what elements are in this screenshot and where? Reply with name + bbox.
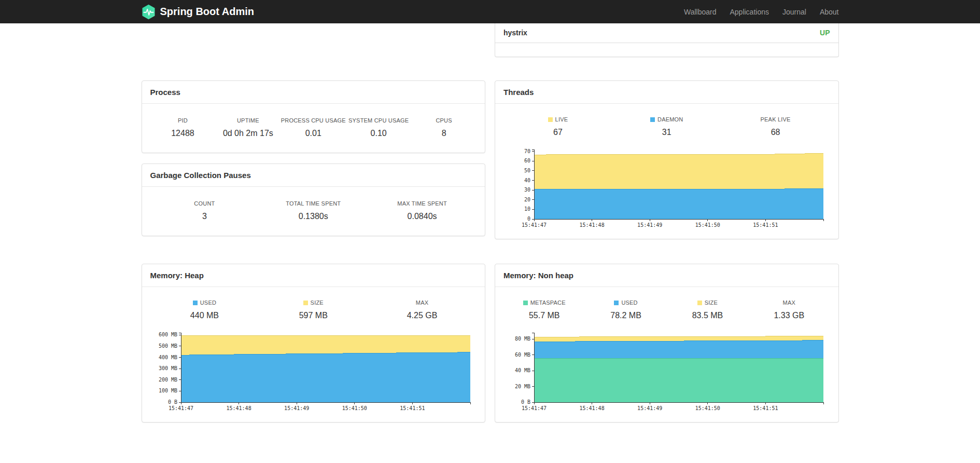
svg-text:15:41:49: 15:41:49 [284, 405, 309, 411]
process-stats: PID 12488 UPTIME 0d 0h 2m 17s PROCESS CP… [142, 104, 485, 153]
memory-nonheap-panel-title: Memory: Non heap [495, 264, 838, 287]
svg-text:400 MB: 400 MB [158, 355, 177, 360]
svg-text:15:41:51: 15:41:51 [753, 405, 778, 411]
top-navbar: Spring Boot Admin Wallboard Applications… [0, 0, 980, 23]
svg-text:70: 70 [524, 148, 530, 154]
heap-used-swatch-icon [193, 301, 198, 305]
svg-text:0 B: 0 B [167, 399, 177, 405]
svg-text:15:41:47: 15:41:47 [522, 405, 547, 411]
memory-heap-panel-title: Memory: Heap [142, 264, 485, 287]
legend-peak-live: PEAK LIVE 68 [721, 116, 830, 137]
service-status-badge: UP [820, 29, 830, 37]
memory-nonheap-panel: Memory: Non heap METASPACE 55.7 MB USED … [495, 264, 839, 423]
svg-text:10: 10 [524, 206, 530, 212]
panel-spacer [495, 43, 838, 57]
stat-process-cpu-usage: PROCESS CPU USAGE 0.01 [281, 117, 346, 138]
threads-panel: Threads LIVE 67 DAEMON 31 PEAK LIVE 68 [495, 80, 839, 239]
gc-panel: Garbage Collection Pauses COUNT 3 TOTAL … [142, 164, 486, 236]
gc-panel-title: Garbage Collection Pauses [142, 164, 485, 187]
legend-live: LIVE 67 [503, 116, 612, 137]
svg-text:40: 40 [524, 178, 530, 183]
svg-text:15:41:48: 15:41:48 [580, 222, 605, 228]
stat-pid: PID 12488 [150, 117, 216, 138]
svg-text:100 MB: 100 MB [158, 388, 177, 393]
svg-text:15:41:49: 15:41:49 [637, 405, 662, 411]
threads-legend: LIVE 67 DAEMON 31 PEAK LIVE 68 [495, 104, 838, 144]
nav-link-journal[interactable]: Journal [776, 8, 813, 16]
svg-text:20: 20 [524, 197, 530, 202]
svg-text:15:41:47: 15:41:47 [168, 405, 193, 411]
svg-text:15:41:49: 15:41:49 [637, 222, 662, 228]
nonheap-used-swatch-icon [614, 301, 619, 305]
svg-text:15:41:51: 15:41:51 [400, 405, 425, 411]
services-status-panel: hystrix UP [495, 23, 839, 57]
memory-nonheap-chart: 0 B20 MB40 MB60 MB80 MB15:41:4715:41:481… [506, 329, 838, 415]
stat-gc-count: COUNT 3 [150, 200, 259, 221]
svg-text:15:41:48: 15:41:48 [226, 405, 251, 411]
svg-text:60 MB: 60 MB [515, 352, 530, 358]
svg-text:40 MB: 40 MB [515, 367, 530, 373]
gc-stats: COUNT 3 TOTAL TIME SPENT 0.1380s MAX TIM… [142, 187, 485, 236]
svg-text:0 B: 0 B [521, 399, 530, 405]
threads-chart: 01020304050607015:41:4715:41:4815:41:491… [506, 145, 838, 232]
nav-link-applications[interactable]: Applications [723, 8, 776, 16]
svg-text:15:41:50: 15:41:50 [342, 405, 367, 411]
legend-daemon: DAEMON 31 [612, 116, 721, 137]
legend-heap-size: SIZE 597 MB [259, 299, 368, 320]
svg-text:60: 60 [524, 158, 530, 164]
spring-boot-admin-logo-icon [142, 4, 156, 20]
stat-system-cpu-usage: SYSTEM CPU USAGE 0.10 [346, 117, 411, 138]
svg-text:300 MB: 300 MB [158, 365, 177, 371]
live-swatch-icon [548, 117, 553, 122]
brand-title: Spring Boot Admin [160, 6, 254, 18]
top-left-empty [142, 23, 486, 57]
svg-text:15:41:47: 15:41:47 [522, 222, 547, 228]
legend-nonheap-max: MAX 1.33 GB [748, 299, 830, 320]
svg-text:200 MB: 200 MB [158, 377, 177, 383]
legend-heap-used: USED 440 MB [150, 299, 259, 320]
process-panel: Process PID 12488 UPTIME 0d 0h 2m 17s PR… [142, 80, 486, 153]
legend-heap-max: MAX 4.25 GB [368, 299, 477, 320]
metaspace-swatch-icon [523, 301, 528, 305]
svg-text:0: 0 [527, 216, 530, 222]
svg-text:15:41:51: 15:41:51 [753, 222, 778, 228]
stat-cpus: CPUS 8 [411, 117, 477, 138]
svg-text:50: 50 [524, 168, 530, 173]
legend-nonheap-size: SIZE 83.5 MB [667, 299, 748, 320]
process-panel-title: Process [142, 81, 485, 104]
svg-text:500 MB: 500 MB [158, 343, 177, 349]
nonheap-size-swatch-icon [697, 301, 702, 305]
brand-link[interactable]: Spring Boot Admin [142, 4, 254, 20]
svg-text:600 MB: 600 MB [158, 332, 177, 337]
navbar-links: Wallboard Applications Journal About [677, 8, 839, 16]
memory-heap-panel: Memory: Heap USED 440 MB SIZE 597 MB MAX… [142, 264, 486, 423]
legend-metaspace: METASPACE 55.7 MB [503, 299, 585, 320]
stat-gc-max-time: MAX TIME SPENT 0.0840s [368, 200, 477, 221]
svg-text:15:41:50: 15:41:50 [695, 222, 720, 228]
threads-panel-title: Threads [495, 81, 838, 104]
stat-uptime: UPTIME 0d 0h 2m 17s [215, 117, 281, 138]
svg-text:20 MB: 20 MB [515, 384, 530, 389]
service-row-hystrix: hystrix UP [495, 23, 838, 43]
legend-nonheap-used: USED 78.2 MB [585, 299, 666, 320]
heap-size-swatch-icon [303, 301, 308, 305]
svg-text:30: 30 [524, 187, 530, 193]
svg-text:15:41:48: 15:41:48 [580, 405, 605, 411]
nav-link-about[interactable]: About [813, 8, 839, 16]
stat-gc-total-time: TOTAL TIME SPENT 0.1380s [259, 200, 368, 221]
svg-text:15:41:50: 15:41:50 [695, 405, 720, 411]
svg-text:80 MB: 80 MB [515, 336, 530, 342]
daemon-swatch-icon [650, 117, 655, 122]
memory-heap-chart: 0 B100 MB200 MB300 MB400 MB500 MB600 MB1… [152, 329, 485, 415]
memory-heap-legend: USED 440 MB SIZE 597 MB MAX 4.25 GB [142, 287, 485, 328]
memory-nonheap-legend: METASPACE 55.7 MB USED 78.2 MB SIZE 83.5… [495, 287, 838, 328]
nav-link-wallboard[interactable]: Wallboard [677, 8, 723, 16]
service-name: hystrix [503, 29, 527, 37]
